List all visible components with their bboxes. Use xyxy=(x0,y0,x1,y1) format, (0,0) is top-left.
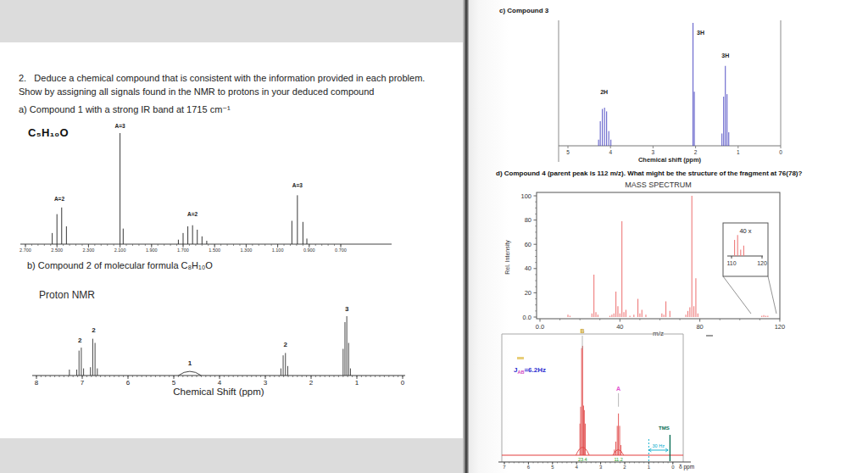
svg-text:6: 6 xyxy=(126,379,131,387)
svg-text:2: 2 xyxy=(694,149,698,155)
svg-text:1.500: 1.500 xyxy=(209,248,220,253)
svg-text:0.900: 0.900 xyxy=(303,248,315,253)
svg-text:2.700: 2.700 xyxy=(19,248,31,253)
svg-text:2: 2 xyxy=(78,337,82,344)
svg-text:0.700: 0.700 xyxy=(335,248,347,253)
svg-text:1.100: 1.100 xyxy=(272,248,284,253)
svg-text:2: 2 xyxy=(92,326,96,334)
svg-text:100: 100 xyxy=(520,192,531,200)
svg-text:0: 0 xyxy=(671,465,675,470)
svg-text:1: 1 xyxy=(355,379,359,387)
svg-text:120: 120 xyxy=(757,260,767,266)
svg-text:3: 3 xyxy=(652,149,655,155)
svg-text:1: 1 xyxy=(188,359,192,367)
svg-text:80: 80 xyxy=(696,323,703,331)
svg-text:1.900: 1.900 xyxy=(146,248,158,253)
svg-text:7: 7 xyxy=(503,465,506,470)
svg-text:Rel. Intensity: Rel. Intensity xyxy=(504,240,511,275)
svg-text:2.500: 2.500 xyxy=(51,248,63,253)
svg-text:8: 8 xyxy=(35,379,39,387)
svg-text:11.2: 11.2 xyxy=(614,457,622,462)
svg-text:2.300: 2.300 xyxy=(83,248,95,253)
svg-text:3H: 3H xyxy=(721,53,729,58)
svg-text:1: 1 xyxy=(737,149,740,155)
svg-text:2.100: 2.100 xyxy=(114,248,126,253)
chart-mass-spectrum: MASS SPECTRUMRel. Intensitym/z1008060402… xyxy=(504,181,785,337)
svg-text:A=2: A=2 xyxy=(187,211,198,217)
svg-text:A=2: A=2 xyxy=(54,196,64,202)
chart-nmr2: 876543210Chemical Shift (ppm)22123 xyxy=(32,305,405,398)
svg-text:5: 5 xyxy=(551,465,554,470)
svg-text:110: 110 xyxy=(726,260,736,266)
svg-text:3H: 3H xyxy=(697,30,704,36)
svg-text:3: 3 xyxy=(345,305,349,313)
svg-text:4: 4 xyxy=(576,465,579,470)
svg-text:TMS: TMS xyxy=(659,426,670,431)
svg-text:6: 6 xyxy=(527,465,531,470)
svg-text:1.300: 1.300 xyxy=(241,248,253,253)
svg-text:5: 5 xyxy=(566,149,570,155)
svg-text:120: 120 xyxy=(775,323,786,331)
svg-text:4: 4 xyxy=(609,149,612,155)
screenshot-root: 2. Deduce a chemical compound that is co… xyxy=(0,0,868,473)
chart-nmr3: 543210Chemical shift (ppm)2H3H3H xyxy=(559,20,782,164)
svg-text:B: B xyxy=(580,328,584,334)
svg-text:A: A xyxy=(616,386,620,392)
svg-text:2H: 2H xyxy=(600,89,608,95)
chart-nmr4: 76543210δ ppmBATMS30 Hz23.411.2 xyxy=(498,328,694,470)
svg-text:7: 7 xyxy=(81,379,85,387)
svg-text:0: 0 xyxy=(779,149,782,155)
charts-canvas: 2.7002.5002.3002.1001.9001.7001.5001.300… xyxy=(0,0,868,473)
svg-text:δ ppm: δ ppm xyxy=(679,464,694,470)
svg-text:0.0: 0.0 xyxy=(536,323,544,331)
svg-text:40: 40 xyxy=(616,323,623,331)
svg-text:1: 1 xyxy=(648,465,651,470)
svg-text:Chemical Shift (ppm): Chemical Shift (ppm) xyxy=(173,387,264,397)
svg-text:MASS SPECTRUM: MASS SPECTRUM xyxy=(625,181,692,189)
svg-text:23.4: 23.4 xyxy=(578,457,587,462)
svg-text:20: 20 xyxy=(525,289,531,297)
svg-text:4: 4 xyxy=(218,379,222,387)
svg-text:2: 2 xyxy=(309,379,314,387)
svg-text:A=3: A=3 xyxy=(115,123,125,129)
svg-text:1.700: 1.700 xyxy=(177,248,189,253)
svg-text:3: 3 xyxy=(264,379,268,387)
svg-text:60: 60 xyxy=(525,241,531,248)
svg-text:30 Hz: 30 Hz xyxy=(653,443,665,448)
svg-text:2: 2 xyxy=(623,465,626,470)
svg-text:0.0: 0.0 xyxy=(523,314,531,321)
svg-text:5: 5 xyxy=(172,379,176,387)
svg-text:3: 3 xyxy=(599,465,603,470)
svg-text:80: 80 xyxy=(525,216,531,224)
svg-text:A=3: A=3 xyxy=(292,182,303,188)
svg-text:0: 0 xyxy=(401,379,405,387)
svg-text:40: 40 xyxy=(525,264,531,272)
svg-text:40 x: 40 x xyxy=(739,227,751,235)
svg-text:2: 2 xyxy=(284,341,288,348)
chart-nmr1: 2.7002.5002.3002.1001.9001.7001.5001.300… xyxy=(19,123,392,253)
svg-text:Chemical shift (ppm): Chemical shift (ppm) xyxy=(638,156,702,164)
